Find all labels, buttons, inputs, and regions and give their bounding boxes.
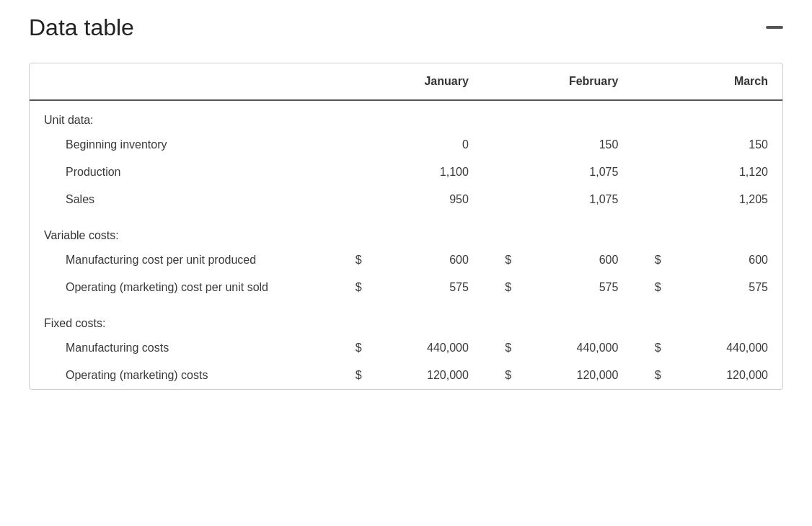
row-val-feb-production: 1,075 [483, 159, 633, 186]
row-val-feb-manufacturing-costs: 440,000 [513, 334, 632, 362]
table-row-operating-cost-per-unit: Operating (marketing) cost per unit sold… [30, 274, 782, 301]
table-header-row: January February March [30, 63, 782, 100]
col-header-february: February [513, 63, 632, 100]
col-header-march: March [663, 63, 782, 100]
row-val-jan-operating-cost-per-unit: 575 [363, 274, 483, 301]
minimize-button[interactable] [766, 26, 783, 29]
row-dollar-feb-manufacturing-cost-per-unit: $ [483, 246, 513, 274]
row-dollar-jan-manufacturing-costs: $ [333, 334, 363, 362]
row-dollar-mar-operating-marketing-costs: $ [632, 362, 662, 389]
row-val-feb-sales: 1,075 [483, 186, 633, 213]
row-val-jan-sales: 950 [333, 186, 483, 213]
row-dollar-mar-operating-cost-per-unit: $ [632, 274, 662, 301]
table-row-beginning-inventory: Beginning inventory 0 150 150 [30, 131, 782, 159]
table-row-production: Production 1,100 1,075 1,120 [30, 159, 782, 186]
row-label-beginning-inventory: Beginning inventory [30, 131, 333, 159]
section-label-fixed-costs: Fixed costs: [30, 301, 513, 334]
row-dollar-jan-operating-cost-per-unit: $ [333, 274, 363, 301]
row-val-feb-manufacturing-cost-per-unit: 600 [513, 246, 632, 274]
row-val-jan-beginning-inventory: 0 [333, 131, 483, 159]
row-val-jan-manufacturing-cost-per-unit: 600 [363, 246, 483, 274]
section-header-unit-data: Unit data: [30, 100, 782, 131]
table-row-manufacturing-cost-per-unit: Manufacturing cost per unit produced $ 6… [30, 246, 782, 274]
row-dollar-feb-operating-cost-per-unit: $ [483, 274, 513, 301]
row-val-jan-manufacturing-costs: 440,000 [363, 334, 483, 362]
row-val-jan-production: 1,100 [333, 159, 483, 186]
row-val-mar-sales: 1,205 [632, 186, 782, 213]
row-val-mar-production: 1,120 [632, 159, 782, 186]
section-header-fixed-costs: Fixed costs: [30, 301, 782, 334]
row-dollar-feb-operating-marketing-costs: $ [483, 362, 513, 389]
section-label-variable-costs: Variable costs: [30, 213, 513, 246]
row-label-manufacturing-costs: Manufacturing costs [30, 334, 333, 362]
row-dollar-jan-operating-marketing-costs: $ [333, 362, 363, 389]
row-val-mar-manufacturing-cost-per-unit: 600 [663, 246, 782, 274]
row-val-mar-operating-cost-per-unit: 575 [663, 274, 782, 301]
row-label-sales: Sales [30, 186, 333, 213]
row-dollar-mar-manufacturing-cost-per-unit: $ [632, 246, 662, 274]
data-table-container: January February March Unit data: Beginn… [29, 63, 783, 390]
col-header-label [30, 63, 333, 100]
data-table: January February March Unit data: Beginn… [30, 63, 782, 389]
section-header-variable-costs: Variable costs: [30, 213, 782, 246]
row-val-mar-manufacturing-costs: 440,000 [663, 334, 782, 362]
col-header-january: January [363, 63, 483, 100]
page-header: Data table [29, 14, 783, 41]
page-title: Data table [29, 14, 134, 41]
row-dollar-mar-manufacturing-costs: $ [632, 334, 662, 362]
row-label-operating-marketing-costs: Operating (marketing) costs [30, 362, 333, 389]
row-label-operating-cost-per-unit: Operating (marketing) cost per unit sold [30, 274, 333, 301]
section-label-unit-data: Unit data: [30, 100, 513, 131]
row-dollar-jan-manufacturing-cost-per-unit: $ [333, 246, 363, 274]
table-row-manufacturing-costs: Manufacturing costs $ 440,000 $ 440,000 … [30, 334, 782, 362]
row-val-mar-operating-marketing-costs: 120,000 [663, 362, 782, 389]
row-dollar-feb-manufacturing-costs: $ [483, 334, 513, 362]
row-val-mar-beginning-inventory: 150 [632, 131, 782, 159]
row-val-jan-operating-marketing-costs: 120,000 [363, 362, 483, 389]
row-val-feb-beginning-inventory: 150 [483, 131, 633, 159]
table-row-sales: Sales 950 1,075 1,205 [30, 186, 782, 213]
row-label-production: Production [30, 159, 333, 186]
table-row-operating-marketing-costs: Operating (marketing) costs $ 120,000 $ … [30, 362, 782, 389]
row-label-manufacturing-cost-per-unit: Manufacturing cost per unit produced [30, 246, 333, 274]
row-val-feb-operating-marketing-costs: 120,000 [513, 362, 632, 389]
row-val-feb-operating-cost-per-unit: 575 [513, 274, 632, 301]
